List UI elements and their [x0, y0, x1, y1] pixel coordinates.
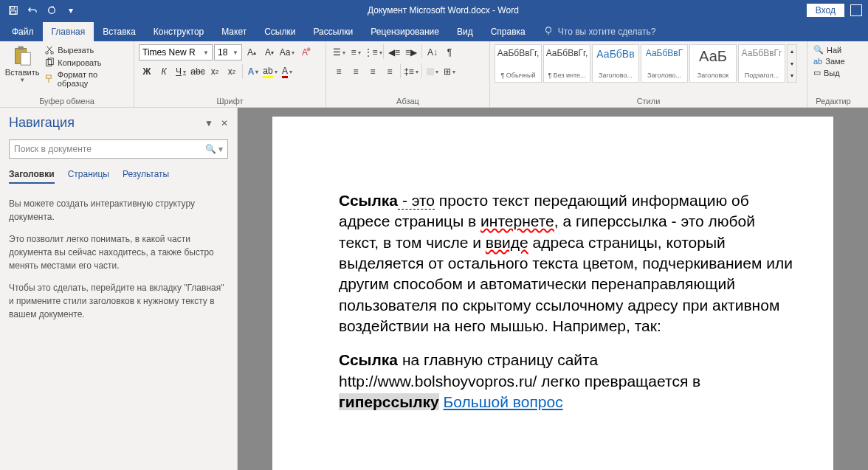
- doc-paragraph-2[interactable]: Ссылка на главную страницу сайта http://…: [339, 350, 796, 412]
- shading-button[interactable]: ▾: [424, 63, 441, 80]
- select-button[interactable]: ▭Выд: [812, 67, 855, 78]
- nav-tab-headings[interactable]: Заголовки: [9, 169, 55, 184]
- tab-help[interactable]: Справка: [482, 22, 534, 41]
- svg-rect-2: [11, 11, 16, 14]
- subscript-button[interactable]: x2: [207, 63, 223, 80]
- font-size-combo[interactable]: 18▼: [214, 44, 242, 61]
- italic-button[interactable]: К: [156, 63, 172, 80]
- tab-view[interactable]: Вид: [448, 22, 482, 41]
- clipboard-group-label: Буфер обмена: [4, 95, 129, 107]
- increase-indent-button[interactable]: ≡▶: [403, 44, 419, 61]
- underline-button[interactable]: Ч▾: [173, 63, 189, 80]
- tab-file[interactable]: Файл: [3, 22, 43, 41]
- document-title: Документ Microsoft Word.docx - Word: [80, 5, 807, 15]
- nav-tab-results[interactable]: Результаты: [123, 169, 169, 184]
- font-color-button[interactable]: A▾: [279, 63, 295, 80]
- styles-expand[interactable]: ▾: [788, 69, 796, 82]
- numbering-button[interactable]: ≡▾: [348, 44, 364, 61]
- tab-layout[interactable]: Макет: [213, 22, 255, 41]
- nav-hint-3: Чтобы это сделать, перейдите на вкладку …: [9, 281, 228, 321]
- text-effects-button[interactable]: A▾: [245, 63, 261, 80]
- search-placeholder: Поиск в документе: [14, 144, 205, 154]
- format-painter-button[interactable]: Формат по образцу: [43, 69, 129, 89]
- document-area[interactable]: Ссылка - это просто текст передающий инф…: [238, 108, 868, 470]
- paste-label: Вставить: [5, 68, 40, 77]
- styles-scroll-down[interactable]: ▾: [788, 58, 796, 70]
- cut-button[interactable]: Вырезать: [43, 44, 129, 56]
- style-subtitle[interactable]: АаБбВвГгПодзагол...: [738, 44, 785, 83]
- bold-button[interactable]: Ж: [139, 63, 155, 80]
- navigation-title: Навигация: [9, 115, 75, 131]
- style-nospacing[interactable]: АаБбВвГг,¶ Без инте...: [543, 44, 590, 83]
- shrink-font-button[interactable]: A▾: [261, 44, 278, 61]
- tab-insert[interactable]: Вставка: [94, 22, 145, 41]
- nav-dropdown-icon[interactable]: ▼: [204, 118, 213, 128]
- navigation-search-input[interactable]: Поиск в документе 🔍 ▾: [9, 139, 228, 159]
- highlight-button[interactable]: ab▾: [262, 63, 278, 80]
- paste-button[interactable]: Вставить ▼: [4, 44, 40, 89]
- clear-formatting-button[interactable]: A◆: [297, 44, 313, 61]
- tab-design[interactable]: Конструктор: [145, 22, 213, 41]
- svg-point-4: [545, 27, 551, 32]
- multilevel-list-button[interactable]: ⋮≡▾: [365, 44, 381, 61]
- nav-tab-pages[interactable]: Страницы: [68, 169, 109, 184]
- align-right-button[interactable]: ≡: [365, 63, 381, 80]
- tab-review[interactable]: Рецензирование: [362, 22, 448, 41]
- sort-button[interactable]: A↓: [424, 44, 441, 61]
- quick-access-toolbar: ▾: [0, 1, 80, 19]
- style-gallery[interactable]: АаБбВвГг,¶ Обычный АаБбВвГг,¶ Без инте..…: [495, 44, 802, 83]
- tab-home[interactable]: Главная: [43, 22, 94, 41]
- svg-rect-12: [46, 75, 52, 78]
- nav-hint-2: Это позволит легко понимать, в какой час…: [9, 232, 228, 272]
- svg-point-3: [49, 7, 55, 14]
- svg-rect-7: [21, 52, 30, 65]
- group-paragraph: ☰▾ ≡▾ ⋮≡▾ ◀≡ ≡▶ A↓ ¶ ≡ ≡ ≡ ≡ ‡≡▾ ▾ ⊞▾: [326, 41, 490, 107]
- copy-button[interactable]: Копировать: [43, 57, 129, 69]
- search-icon[interactable]: 🔍 ▾: [205, 144, 223, 154]
- redo-icon[interactable]: [43, 1, 61, 19]
- font-name-combo[interactable]: Times New R▼: [139, 44, 213, 61]
- borders-button[interactable]: ⊞▾: [441, 63, 458, 80]
- svg-point-9: [51, 52, 54, 55]
- decrease-indent-button[interactable]: ◀≡: [386, 44, 402, 61]
- nav-close-icon[interactable]: ✕: [221, 118, 228, 128]
- tell-me[interactable]: Что вы хотите сделать?: [534, 22, 665, 41]
- hyperlink[interactable]: Большой вопрос: [444, 393, 563, 410]
- svg-rect-1: [11, 7, 15, 10]
- group-clipboard: Вставить ▼ Вырезать Копировать Формат по…: [0, 41, 134, 107]
- group-font: Times New R▼ 18▼ A▴ A▾ Aa▾ A◆ Ж К Ч▾ abc…: [134, 41, 326, 107]
- styles-scroll-up[interactable]: ▴: [788, 45, 796, 58]
- qat-customize-icon[interactable]: ▾: [62, 1, 80, 19]
- grow-font-button[interactable]: A▴: [244, 44, 260, 61]
- find-button[interactable]: 🔍Най: [812, 44, 855, 55]
- document-page[interactable]: Ссылка - это просто текст передающий инф…: [272, 117, 833, 470]
- styles-group-label: Стили: [495, 95, 802, 107]
- style-heading1[interactable]: АаБбВвЗаголово...: [592, 44, 639, 83]
- style-heading2[interactable]: АаБбВвГЗаголово...: [641, 44, 688, 83]
- doc-paragraph-1[interactable]: Ссылка - это просто текст передающий инф…: [339, 190, 796, 336]
- bullets-button[interactable]: ☰▾: [331, 44, 347, 61]
- align-left-button[interactable]: ≡: [331, 63, 347, 80]
- change-case-button[interactable]: Aa▾: [279, 44, 295, 61]
- tab-mailings[interactable]: Рассылки: [304, 22, 362, 41]
- align-center-button[interactable]: ≡: [348, 63, 364, 80]
- tab-references[interactable]: Ссылки: [255, 22, 304, 41]
- group-styles: АаБбВвГг,¶ Обычный АаБбВвГг,¶ Без инте..…: [490, 41, 807, 107]
- style-normal[interactable]: АаБбВвГг,¶ Обычный: [495, 44, 542, 83]
- svg-rect-6: [18, 46, 24, 50]
- group-editing: 🔍Най abЗаме ▭Выд Редактир: [807, 41, 859, 107]
- superscript-button[interactable]: x2: [224, 63, 240, 80]
- login-button[interactable]: Вход: [807, 4, 844, 17]
- save-icon[interactable]: [4, 1, 22, 19]
- ribbon-display-icon[interactable]: [850, 4, 862, 16]
- style-title[interactable]: АаБЗаголовок: [689, 44, 737, 83]
- replace-button[interactable]: abЗаме: [812, 56, 855, 66]
- line-spacing-button[interactable]: ‡≡▾: [403, 63, 419, 80]
- undo-icon[interactable]: [24, 1, 41, 19]
- strikethrough-button[interactable]: abc: [190, 63, 206, 80]
- navigation-pane: Навигация ▼ ✕ Поиск в документе 🔍 ▾ Заго…: [0, 108, 238, 470]
- nav-hint-1: Вы можете создать интерактивную структур…: [9, 197, 228, 224]
- show-marks-button[interactable]: ¶: [441, 44, 458, 61]
- paragraph-group-label: Абзац: [331, 95, 485, 107]
- justify-button[interactable]: ≡: [382, 63, 398, 80]
